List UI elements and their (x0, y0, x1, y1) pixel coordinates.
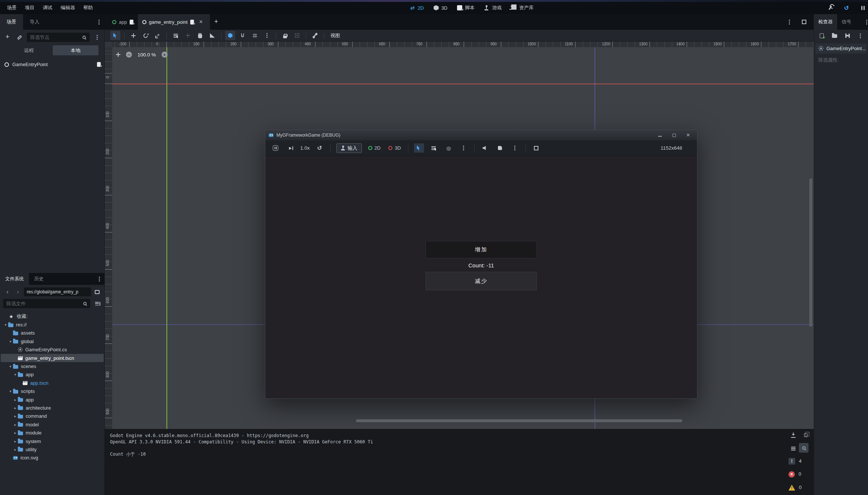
file-tree-item-command[interactable]: ▸command (1, 412, 104, 420)
close-tab-button[interactable] (197, 17, 205, 26)
file-tree-item-res://[interactable]: ▾res:// (1, 320, 104, 329)
toggle-split-mode-button[interactable] (93, 287, 101, 296)
zoom-out-button[interactable] (126, 52, 132, 58)
file-tree-item-app[interactable]: ▸app (1, 395, 104, 404)
chevron-closed-icon[interactable]: ▸ (13, 439, 18, 443)
tab-历史[interactable]: 历史 (29, 273, 49, 285)
menu-编辑器[interactable]: 编辑器 (56, 3, 79, 13)
instance-scene-button[interactable] (15, 33, 24, 42)
distraction-free-menu-button[interactable] (785, 17, 794, 26)
zoom-in-button[interactable] (162, 52, 168, 58)
input-toggle-button[interactable]: 输入 (336, 143, 362, 153)
debug-options-button[interactable] (495, 143, 505, 153)
scene-tab-game_entry_point[interactable]: game_entry_point (138, 14, 210, 30)
file-tree-item-architecture[interactable]: ▸architecture (1, 404, 104, 412)
tree-node-GameEntryPoint[interactable]: GameEntryPoint (0, 60, 104, 69)
file-tree-item-app.tscn[interactable]: app.tscn (1, 379, 104, 387)
file-tree-item-GameEntryPoint.cs[interactable]: GameEntryPoint.cs (1, 346, 104, 354)
file-tree-item-app[interactable]: ▾app (1, 371, 104, 379)
scene-tree-menu-button[interactable] (93, 33, 101, 42)
select-mode-button[interactable] (414, 143, 424, 153)
mode-3d-button[interactable]: 3D (387, 144, 402, 152)
chevron-closed-icon[interactable]: ▸ (13, 423, 18, 427)
filter-nodes-input[interactable] (27, 33, 90, 42)
mode-远程[interactable]: 远程 (6, 45, 52, 55)
next-frame-button[interactable] (285, 143, 295, 153)
ruler-tool-button[interactable] (207, 31, 217, 40)
workspace-脚本[interactable]: 脚本 (455, 3, 477, 12)
group-button[interactable] (292, 31, 302, 40)
embed-fullscreen-button[interactable] (531, 143, 541, 153)
file-tree-item-global[interactable]: ▾global (1, 337, 104, 345)
speed-menu-button[interactable]: 1.0x (300, 145, 310, 151)
filter-properties-input[interactable]: 筛选属性 (816, 57, 867, 63)
position-select-tool-button[interactable] (183, 31, 193, 40)
file-tree-item-model[interactable]: ▸model (1, 420, 104, 429)
new-resource-button[interactable] (818, 31, 826, 40)
lock-button[interactable] (280, 31, 290, 40)
list-panel-button[interactable] (788, 444, 798, 453)
filter-files-input[interactable] (3, 299, 90, 308)
mode-2d-button[interactable]: 2D (367, 144, 382, 152)
file-tree-item-assets[interactable]: assets (1, 329, 104, 337)
file-tree-item-icon.svg[interactable]: icon.svg (1, 454, 104, 462)
file-tree-item-scenes[interactable]: ▾scenes (1, 362, 104, 370)
file-tree-item-utility[interactable]: ▸utility (1, 445, 104, 453)
select-tool-button[interactable] (110, 31, 120, 40)
minimize-button[interactable] (654, 131, 665, 140)
open-resource-button[interactable] (831, 31, 839, 40)
viewport-canvas[interactable]: 100.0 % MyGFrameworkGame (DEBUG) 1.0x输入2… (112, 47, 814, 429)
snap-magnet-button[interactable] (237, 31, 247, 40)
error-count-badge[interactable]: 0 (788, 471, 801, 478)
close-button[interactable] (683, 131, 694, 140)
workspace-资产库[interactable]: 资产库 (509, 3, 536, 13)
debugger-count-badge[interactable]: 4 (788, 458, 801, 465)
search-log-button[interactable] (799, 443, 809, 453)
chevron-open-icon[interactable]: ▾ (13, 372, 18, 377)
tab-文件系统[interactable]: 文件系统 (0, 273, 29, 285)
more-options-dots-button[interactable] (510, 143, 520, 153)
new-scene-tab-button[interactable] (210, 14, 223, 30)
save-resource-button[interactable] (844, 31, 852, 40)
center-view-icon[interactable] (116, 52, 120, 57)
workspace-2D[interactable]: 2D (408, 4, 426, 12)
scene-tab-app[interactable]: app (108, 14, 138, 30)
file-tree-item-game_entry_point.tscn[interactable]: game_entry_point.tscn (1, 354, 104, 362)
resource-options-dots-button[interactable] (856, 31, 864, 40)
current-path[interactable]: res://global/game_entry_p (24, 287, 91, 296)
game-window-titlebar[interactable]: MyGFrameworkGame (DEBUG) (265, 130, 697, 140)
tab-检查器[interactable]: 检查器 (814, 14, 837, 30)
tab-信号[interactable]: 信号 (837, 14, 856, 30)
chevron-open-icon[interactable]: ▾ (8, 364, 13, 368)
menu-项目[interactable]: 项目 (21, 3, 39, 13)
chevron-closed-icon[interactable]: ▸ (13, 431, 18, 435)
skeleton-button[interactable] (310, 31, 320, 40)
run-reload-button[interactable] (842, 3, 851, 12)
suspend-button[interactable] (271, 143, 281, 153)
file-tree-item-收藏:[interactable]: 收藏: (1, 312, 104, 320)
chevron-open-icon[interactable]: ▾ (8, 389, 13, 393)
copy-log-button[interactable] (800, 430, 810, 439)
snap-options-dots-button[interactable] (262, 31, 272, 40)
workspace-游戏[interactable]: 游戏 (482, 3, 504, 12)
move-tool-button[interactable] (128, 31, 138, 40)
menu-调试[interactable]: 调试 (39, 3, 56, 13)
file-tree-item-module[interactable]: ▸module (1, 429, 104, 437)
history-forward-button[interactable] (13, 287, 22, 296)
history-back-button[interactable] (3, 287, 12, 296)
snap-toggle-button[interactable] (225, 31, 235, 40)
menu-帮助[interactable]: 帮助 (79, 3, 97, 13)
run-pause-button[interactable] (858, 3, 867, 12)
canvas-horizontal-scrollbar[interactable] (356, 419, 682, 422)
menu-场景[interactable]: 场景 (3, 3, 21, 13)
run-remote-tool-button[interactable] (826, 3, 835, 12)
scale-tool-button[interactable] (153, 31, 163, 40)
download-log-button[interactable] (788, 430, 798, 439)
rotate-tool-button[interactable] (140, 31, 150, 40)
add-node-button[interactable] (3, 33, 12, 42)
select-options-dots-button[interactable] (459, 143, 469, 153)
chevron-open-icon[interactable]: ▾ (3, 323, 8, 327)
tab-场景[interactable]: 场景 (0, 14, 23, 30)
pan-tool-button[interactable] (195, 31, 205, 40)
chevron-closed-icon[interactable]: ▸ (13, 406, 18, 410)
